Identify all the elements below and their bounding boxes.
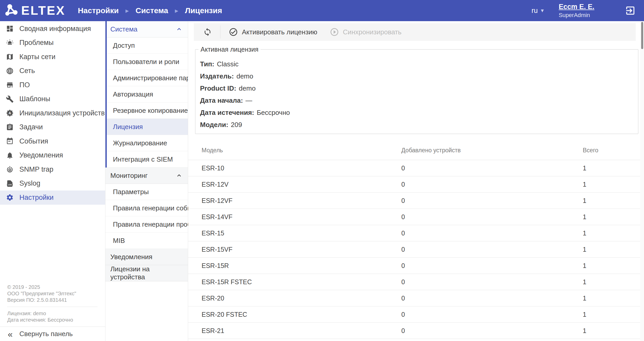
submenu-item-users-roles[interactable]: Пользователи и роли [105,54,188,70]
sidebar-footer: © 2019 - 2025 ООО "Предприятие "Элтекс" … [0,284,105,341]
table-row[interactable]: ESR-15VF 0 1 [188,241,640,258]
submenu-item-journaling[interactable]: Журналирование [105,135,188,151]
breadcrumb-license[interactable]: Лицензия [185,6,222,15]
submenu-section-monitoring[interactable]: Мониторинг [105,168,188,184]
table-row[interactable]: ESR-20 FSTEC 0 1 [188,306,640,323]
logo-text: ELTEX [21,4,65,17]
cell-model: ESR-10 [188,164,401,172]
sidebar-item-label: Карты сети [19,53,56,61]
submenu-item-problem-rules[interactable]: Правила генерации проблем [105,216,188,233]
synchronize-button[interactable]: Синхронизировать [330,27,402,37]
language-selector[interactable]: ru ▾ [532,7,544,15]
table-row[interactable]: ESR-15 0 1 [188,225,640,241]
field-value: demo [236,72,253,80]
table-row[interactable]: ESR-10 0 1 [188,160,640,176]
sidebar-item-software[interactable]: ПО [0,78,105,92]
table-row[interactable]: ESR-20 0 1 [188,290,640,306]
user-name: Eccm E. E. [559,3,594,11]
cell-added: 0 [401,278,583,286]
sidebar-item-network[interactable]: Сеть [0,64,105,78]
license-text: Лицензия: demo [7,310,97,317]
table-row[interactable]: ESR-14VF 0 1 [188,209,640,225]
breadcrumb: Настройки ▸ Система ▸ Лицензия [78,6,222,15]
refresh-button[interactable] [203,28,212,36]
submenu-item-backup[interactable]: Резервное копирование [105,102,188,119]
submenu-item-parameters[interactable]: Параметры [105,184,188,200]
breadcrumb-system[interactable]: Система [135,6,168,15]
sidebar-item-label: Настройки [19,194,53,202]
submenu-item-access[interactable]: Доступ [105,37,188,54]
chevron-up-icon [175,26,183,33]
sidebar-item-templates[interactable]: Шаблоны [0,92,105,106]
sidebar-item-syslog[interactable]: LOG Syslog [0,177,105,191]
submenu-section-label: Мониторинг [110,172,148,180]
license-field-type: Тип: Classic [200,58,638,70]
submenu-item-label: Резервное копирование [113,107,188,115]
cell-total: 1 [583,229,640,237]
double-chevron-left-icon: « [8,330,13,338]
submenu-item-license[interactable]: Лицензия [105,119,188,135]
table-row[interactable]: ESR-15R FSTEC 0 1 [188,274,640,290]
submenu-section-notifications[interactable]: Уведомления [105,249,188,265]
field-value: — [246,97,252,105]
scrollbar-thumb[interactable] [641,22,643,49]
submenu-item-label: Пользователи и роли [113,58,179,66]
submenu-section-device-licenses[interactable]: Лицензии на устройства [105,265,188,281]
sidebar-item-label: Инициализация устройств [19,109,105,117]
cell-model: ESR-15 [188,229,401,237]
table-row[interactable]: ESR-12V 0 1 [188,176,640,193]
table-row[interactable]: ESR-12VF 0 1 [188,193,640,209]
field-label: Product ID: [200,84,236,92]
sidebar-item-tasks[interactable]: Задачи [0,120,105,134]
cell-added: 0 [401,197,583,204]
submenu-item-authorization[interactable]: Авторизация [105,86,188,102]
license-field-product-id: Product ID: demo [200,82,638,94]
cell-added: 0 [401,229,583,237]
collapse-panel-label: Свернуть панель [19,330,73,338]
settings-submenu: Система Доступ Пользователи и роли Админ… [105,21,188,341]
logout-button[interactable] [625,5,636,16]
table-row[interactable]: ESR-15R 0 1 [188,258,640,274]
sidebar-item-device-init[interactable]: A Инициализация устройств [0,106,105,120]
sidebar-item-label: Syslog [19,179,40,187]
chevron-up-icon [175,172,183,179]
sidebar-item-settings[interactable]: Настройки [0,191,105,205]
active-group-indicator [105,21,107,168]
column-header-model: Модель [188,147,401,154]
map-icon [6,53,14,61]
alarm-light-icon [6,39,14,47]
activate-license-button[interactable]: Активировать лицензию [229,27,317,37]
submenu-item-siem[interactable]: Интеграция с SIEM [105,151,188,168]
sidebar-item-summary[interactable]: Сводная информация [0,22,105,36]
submenu-item-password-admin[interactable]: Администрирование паролей [105,70,188,86]
globe-icon [6,67,14,75]
license-field-models: Модели: 209 [200,119,638,131]
sidebar-item-events[interactable]: События [0,134,105,148]
gear-icon [6,194,14,201]
table-header-row: Модель Добавлено устройств Всего [188,141,640,160]
table-row[interactable]: ESR-21 0 1 [188,323,640,339]
user-menu[interactable]: Eccm E. E. SuperAdmin [559,3,594,19]
submenu-section-system[interactable]: Система [105,21,188,37]
store-icon [6,81,14,89]
snmp-trap-icon [6,165,14,173]
collapse-panel-button[interactable]: « Свернуть панель [0,327,105,341]
license-toolbar: Активировать лицензию Синхронизировать [194,23,636,41]
breadcrumb-settings[interactable]: Настройки [78,6,119,15]
submenu-section-label: Уведомления [110,253,152,261]
field-label: Издатель: [200,72,234,80]
cell-total: 1 [583,295,640,302]
sidebar-item-snmp-trap[interactable]: SNMP trap [0,162,105,177]
submenu-item-event-rules[interactable]: Правила генерации событий [105,200,188,216]
submenu-item-mib[interactable]: MIB [105,233,188,249]
sidebar-item-notifications[interactable]: Уведомления [0,148,105,163]
eltex-logo[interactable]: ELTEX [5,4,65,17]
cell-model: ESR-15R FSTEC [188,278,401,286]
field-label: Тип: [200,60,214,68]
sidebar-item-network-maps[interactable]: Карты сети [0,50,105,64]
play-circle-icon [330,27,339,37]
sidebar-item-problems[interactable]: Проблемы [0,36,105,50]
sidebar-item-label: События [19,137,48,145]
cell-total: 1 [583,164,640,172]
app-header: ELTEX Настройки ▸ Система ▸ Лицензия ru … [0,0,644,21]
